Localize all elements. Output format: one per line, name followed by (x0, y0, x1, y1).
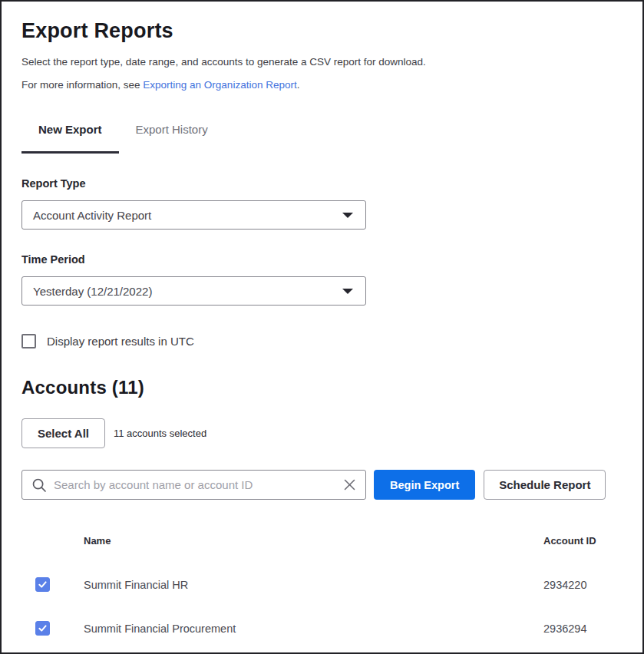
account-search-box (21, 470, 366, 500)
table-header: Name Account ID (21, 535, 623, 547)
tab-export-history[interactable]: Export History (119, 122, 225, 154)
time-period-label: Time Period (21, 253, 623, 266)
chevron-down-icon (342, 289, 353, 294)
checkmark-icon (38, 623, 48, 633)
info-prefix: For more information, see (21, 79, 143, 91)
schedule-report-button[interactable]: Schedule Report (484, 470, 606, 500)
row-checkbox-cell (21, 577, 84, 592)
begin-export-button[interactable]: Begin Export (374, 470, 475, 500)
select-all-button[interactable]: Select All (21, 418, 105, 448)
accounts-table: Name Account ID Summit Financial HR 2934… (21, 535, 623, 650)
report-type-select[interactable]: Account Activity Report (21, 200, 366, 230)
column-header-account-id: Account ID (543, 535, 623, 547)
page-title: Export Reports (21, 18, 623, 43)
account-name: Summit Financial Procurement (84, 623, 543, 635)
org-report-link[interactable]: Exporting an Organization Report (143, 79, 296, 91)
time-period-select[interactable]: Yesterday (12/21/2022) (21, 276, 366, 306)
row-checkbox-checked[interactable] (35, 621, 50, 636)
accounts-heading: Accounts (11) (21, 376, 623, 399)
row-checkbox-checked[interactable] (35, 577, 50, 592)
checkmark-icon (38, 580, 48, 590)
tab-new-export[interactable]: New Export (21, 122, 119, 154)
time-period-value: Yesterday (12/21/2022) (33, 285, 342, 298)
account-name: Summit Financial HR (84, 579, 543, 591)
page-content: Export Reports Select the report type, d… (2, 2, 642, 650)
row-checkbox-cell (21, 621, 84, 636)
account-id: 2934220 (543, 579, 623, 591)
utc-checkbox[interactable] (21, 334, 36, 348)
selected-count-text: 11 accounts selected (114, 428, 206, 439)
report-type-label: Report Type (21, 177, 623, 190)
page-description: Select the report type, date range, and … (21, 55, 623, 68)
chevron-down-icon (342, 213, 353, 218)
search-input[interactable] (54, 478, 343, 491)
clear-search-icon[interactable] (343, 478, 356, 491)
table-row: Summit Financial Procurement 2936294 (21, 606, 623, 650)
select-all-row: Select All 11 accounts selected (21, 418, 623, 448)
report-type-value: Account Activity Report (33, 209, 342, 222)
export-reports-panel: Export Reports Select the report type, d… (0, 0, 644, 654)
column-header-name: Name (84, 535, 543, 547)
header-spacer (21, 535, 84, 547)
actions-row: Begin Export Schedule Report (21, 470, 623, 500)
account-id: 2936294 (543, 623, 623, 635)
info-suffix: . (297, 79, 300, 91)
info-line: For more information, see Exporting an O… (21, 78, 623, 91)
utc-checkbox-row: Display report results in UTC (21, 333, 623, 348)
search-icon (31, 477, 47, 493)
table-row: Summit Financial HR 2934220 (21, 563, 623, 606)
utc-checkbox-label: Display report results in UTC (47, 335, 194, 348)
tab-bar: New Export Export History (21, 122, 623, 154)
